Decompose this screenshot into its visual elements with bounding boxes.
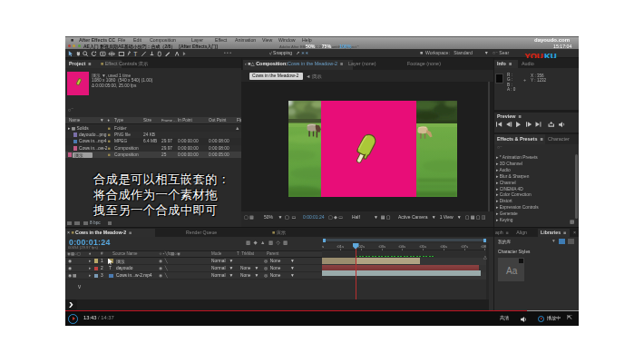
svg-text:T: T	[133, 51, 137, 57]
